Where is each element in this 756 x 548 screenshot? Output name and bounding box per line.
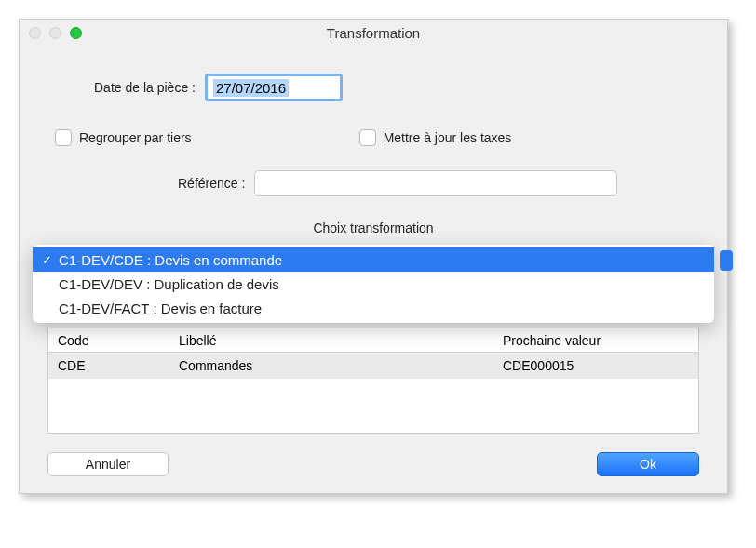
update-taxes-label: Mettre à jour les taxes xyxy=(384,130,512,145)
dropdown-option-label: C1-DEV/CDE : Devis en commande xyxy=(59,252,282,268)
table-empty-area xyxy=(48,379,698,433)
date-row: Date de la pièce : 27/07/2016 xyxy=(94,74,699,101)
date-label: Date de la pièce : xyxy=(94,80,196,95)
update-taxes-checkbox-group: Mettre à jour les taxes xyxy=(359,129,512,146)
result-table: Code Libellé Prochaine valeur CDE Comman… xyxy=(47,328,699,434)
table-header-code: Code xyxy=(48,333,169,348)
dropdown-arrow-icon xyxy=(720,250,733,271)
transformation-dropdown-wrap: ✓ C1-DEV/CDE : Devis en commande C1-DEV/… xyxy=(47,245,699,323)
cell-prochaine: CDE000015 xyxy=(493,358,698,373)
checkbox-row: Regrouper par tiers Mettre à jour les ta… xyxy=(47,129,699,146)
titlebar: Transformation xyxy=(20,20,727,46)
cancel-button-label: Annuler xyxy=(86,457,130,472)
table-header: Code Libellé Prochaine valeur xyxy=(48,328,698,353)
cancel-button[interactable]: Annuler xyxy=(47,452,169,476)
reference-row: Référence : xyxy=(178,170,699,196)
dropdown-option[interactable]: C1-DEV/DEV : Duplication de devis xyxy=(33,272,714,296)
table-header-libelle: Libellé xyxy=(169,333,493,348)
dialog-content: Date de la pièce : 27/07/2016 Regrouper … xyxy=(20,46,727,493)
transformation-section-title: Choix transformation xyxy=(47,221,699,235)
cell-libelle: Commandes xyxy=(169,358,493,373)
reference-input[interactable] xyxy=(254,170,617,196)
dropdown-option-label: C1-DEV/DEV : Duplication de devis xyxy=(59,276,279,292)
dialog-footer: Annuler Ok xyxy=(47,452,699,476)
group-by-third-checkbox-group: Regrouper par tiers xyxy=(55,129,192,146)
date-input[interactable]: 27/07/2016 xyxy=(205,74,343,101)
dropdown-option-label: C1-DEV/FACT : Devis en facture xyxy=(59,301,262,316)
update-taxes-checkbox[interactable] xyxy=(359,129,376,146)
group-by-third-checkbox[interactable] xyxy=(55,129,72,146)
ok-button-label: Ok xyxy=(640,457,656,472)
reference-label: Référence : xyxy=(178,176,245,191)
transformation-dialog: Transformation Date de la pièce : 27/07/… xyxy=(19,19,728,494)
group-by-third-label: Regrouper par tiers xyxy=(79,130,192,145)
date-value: 27/07/2016 xyxy=(213,79,289,97)
checkmark-icon: ✓ xyxy=(42,253,59,267)
table-header-prochaine: Prochaine valeur xyxy=(493,333,698,348)
ok-button[interactable]: Ok xyxy=(597,452,699,476)
dropdown-option[interactable]: C1-DEV/FACT : Devis en facture xyxy=(33,296,714,320)
cell-code: CDE xyxy=(48,358,169,373)
table-row[interactable]: CDE Commandes CDE000015 xyxy=(48,353,698,379)
dropdown-option[interactable]: ✓ C1-DEV/CDE : Devis en commande xyxy=(33,247,714,272)
window-title: Transformation xyxy=(20,25,727,41)
transformation-dropdown-list: ✓ C1-DEV/CDE : Devis en commande C1-DEV/… xyxy=(33,245,714,323)
